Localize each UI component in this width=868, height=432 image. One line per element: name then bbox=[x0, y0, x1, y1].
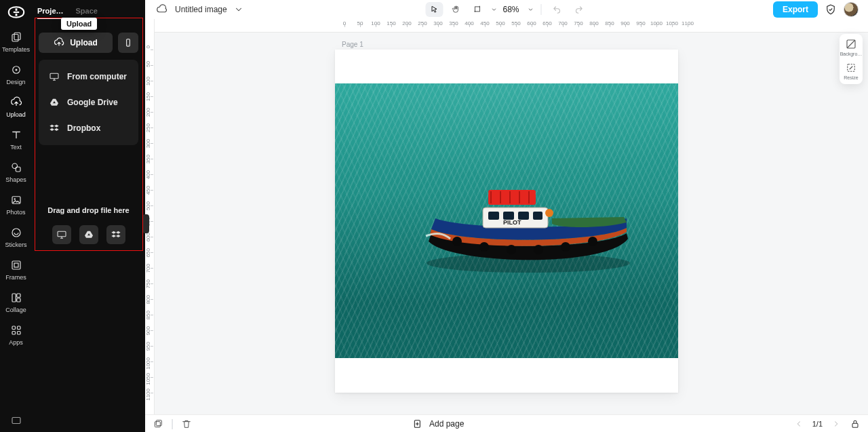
svg-point-47 bbox=[545, 209, 553, 217]
ruler-h-label: 350 bbox=[449, 20, 458, 26]
rail-stickers[interactable]: Stickers bbox=[0, 221, 32, 254]
svg-point-33 bbox=[561, 242, 570, 252]
rail-design-label: Design bbox=[6, 79, 25, 85]
cloud-sync-icon[interactable] bbox=[156, 3, 168, 16]
title-chevron-down-icon[interactable] bbox=[234, 5, 243, 14]
svg-rect-14 bbox=[16, 294, 20, 297]
ruler-v-label: 1000 bbox=[145, 357, 151, 370]
rail-apps-label: Apps bbox=[9, 339, 23, 346]
rail-collage[interactable]: Collage bbox=[0, 286, 32, 319]
upload-button-label: Upload bbox=[70, 38, 98, 47]
drop-source-dropbox[interactable] bbox=[106, 225, 125, 244]
tab-project[interactable]: Proje… bbox=[37, 7, 64, 19]
ruler-v-label: 800 bbox=[145, 295, 151, 304]
ruler-v-label: 700 bbox=[145, 264, 151, 273]
svg-rect-15 bbox=[16, 298, 20, 302]
ruler-v-label: 900 bbox=[145, 326, 151, 335]
user-avatar[interactable] bbox=[844, 2, 859, 17]
drop-source-computer[interactable] bbox=[52, 225, 71, 244]
rail-templates[interactable]: Templates bbox=[0, 26, 32, 58]
upload-button[interactable]: Upload bbox=[39, 33, 113, 53]
rail-upload[interactable]: Upload bbox=[0, 91, 32, 123]
ruler-h-label: 500 bbox=[496, 20, 505, 26]
svg-point-22 bbox=[127, 45, 128, 45]
rail-text-label: Text bbox=[10, 144, 22, 151]
rail-apps[interactable]: Apps bbox=[0, 319, 32, 351]
shield-icon[interactable] bbox=[825, 3, 837, 16]
ruler-h-label: 850 bbox=[605, 20, 614, 26]
dropbox-icon bbox=[48, 122, 60, 134]
undo-button[interactable] bbox=[549, 2, 566, 17]
lock-icon[interactable] bbox=[849, 418, 861, 430]
rail-design[interactable]: Design bbox=[0, 58, 32, 91]
trash-icon[interactable] bbox=[180, 418, 193, 430]
svg-rect-39 bbox=[533, 212, 542, 220]
ruler-h-label: 200 bbox=[402, 20, 411, 26]
left-rail: Templates Design Upload Text Shapes Phot… bbox=[0, 0, 32, 432]
ruler-v-label: 500 bbox=[145, 201, 151, 210]
dock-background[interactable]: Backgro… bbox=[841, 38, 861, 56]
upload-icon bbox=[9, 95, 24, 110]
zoom-chevron-down-icon[interactable] bbox=[528, 6, 534, 13]
tool-select[interactable] bbox=[425, 2, 443, 17]
panel-collapse-handle[interactable] bbox=[142, 214, 149, 233]
dragdrop-hint: Drag and drop file here bbox=[39, 206, 138, 214]
rail-text[interactable]: Text bbox=[0, 123, 32, 156]
source-from-computer[interactable]: From computer bbox=[39, 64, 138, 90]
svg-rect-11 bbox=[12, 261, 20, 269]
crop-chevron-down-icon[interactable] bbox=[490, 6, 497, 13]
page-prev[interactable] bbox=[793, 418, 805, 430]
svg-point-6 bbox=[12, 163, 18, 169]
ruler-v-label: 1050 bbox=[145, 373, 151, 385]
ruler-h-label: 650 bbox=[542, 20, 551, 26]
ruler-v-label: 600 bbox=[145, 233, 151, 241]
rail-shapes-label: Shapes bbox=[5, 176, 26, 183]
ruler-v-label: 950 bbox=[145, 342, 151, 351]
rail-frames[interactable]: Frames bbox=[0, 254, 32, 286]
rail-templates-label: Templates bbox=[2, 46, 30, 53]
tool-hand[interactable] bbox=[447, 2, 465, 17]
zoom-level[interactable]: 68% bbox=[502, 5, 519, 14]
ruler-horizontal: 0501001502002503003504004505005506006507… bbox=[155, 19, 868, 33]
app-logo[interactable] bbox=[7, 5, 26, 19]
design-icon bbox=[9, 62, 24, 77]
rail-bottom-button[interactable] bbox=[0, 414, 32, 427]
add-page-label[interactable]: Add page bbox=[429, 419, 464, 429]
rail-upload-label: Upload bbox=[6, 111, 26, 118]
canvas-image[interactable]: PILOT bbox=[335, 83, 678, 358]
ruler-v-label: 100 bbox=[145, 77, 151, 85]
ruler-h-label: 700 bbox=[558, 20, 567, 26]
svg-point-29 bbox=[452, 237, 462, 246]
export-button[interactable]: Export bbox=[773, 1, 818, 18]
svg-rect-25 bbox=[475, 7, 479, 12]
dock-resize-label: Resize bbox=[844, 75, 858, 80]
source-dropbox[interactable]: Dropbox bbox=[39, 115, 138, 141]
tool-crop[interactable] bbox=[469, 2, 486, 17]
page-next[interactable] bbox=[830, 418, 842, 430]
ruler-v-label: 400 bbox=[145, 170, 151, 179]
canvas-page[interactable]: PILOT bbox=[335, 50, 678, 393]
svg-rect-3 bbox=[14, 33, 20, 40]
upload-from-phone-button[interactable] bbox=[118, 33, 138, 53]
svg-rect-36 bbox=[488, 212, 499, 220]
redo-button[interactable] bbox=[570, 2, 588, 17]
layers-icon[interactable] bbox=[152, 418, 164, 430]
rail-stickers-label: Stickers bbox=[5, 241, 26, 248]
svg-rect-17 bbox=[17, 326, 20, 330]
ruler-h-label: 450 bbox=[480, 20, 489, 26]
source-from-computer-label: From computer bbox=[67, 72, 127, 81]
ruler-h-label: 0 bbox=[343, 20, 346, 26]
rail-photos[interactable]: Photos bbox=[0, 189, 32, 221]
svg-rect-20 bbox=[12, 418, 20, 424]
source-google-drive[interactable]: Google Drive bbox=[39, 90, 138, 115]
drop-source-google-drive[interactable] bbox=[79, 225, 98, 244]
rail-shapes[interactable]: Shapes bbox=[0, 156, 32, 189]
svg-rect-12 bbox=[14, 263, 18, 267]
dock-resize[interactable]: Resize bbox=[841, 62, 861, 80]
ruler-v-label: 350 bbox=[145, 155, 151, 163]
svg-rect-24 bbox=[58, 231, 66, 236]
document-title[interactable]: Untitled image bbox=[175, 5, 227, 14]
add-page-icon[interactable] bbox=[412, 418, 424, 430]
templates-icon bbox=[9, 30, 24, 45]
ruler-h-label: 50 bbox=[357, 20, 363, 26]
